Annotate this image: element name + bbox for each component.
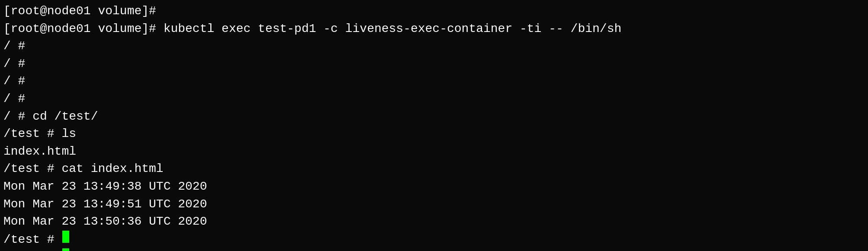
terminal-cursor — [62, 231, 69, 243]
terminal-window[interactable]: [root@node01 volume]# [root@node01 volum… — [3, 3, 865, 248]
terminal-line-8: /test # ls — [3, 125, 865, 143]
terminal-line-13: Mon Mar 23 13:50:36 UTC 2020 — [3, 213, 865, 231]
terminal-line-6: / # — [3, 90, 865, 108]
terminal-text: /test # — [3, 249, 61, 251]
terminal-text: Mon Mar 23 13:49:51 UTC 2020 — [3, 196, 207, 213]
terminal-line-1: [root@node01 volume]# — [3, 3, 865, 20]
terminal-text: [root@node01 volume]# — [3, 3, 156, 20]
terminal-cursor-green-block — [62, 248, 69, 251]
terminal-text: index.html — [3, 143, 76, 161]
terminal-line-9: index.html — [3, 143, 865, 161]
terminal-line-12: Mon Mar 23 13:49:51 UTC 2020 — [3, 196, 865, 213]
terminal-line-4: / # — [3, 55, 865, 73]
terminal-line-14: /test # — [3, 231, 865, 249]
terminal-text: / # — [3, 38, 25, 55]
terminal-line-5: / # — [3, 73, 865, 90]
terminal-text: [root@node01 volume]# kubectl exec test-… — [3, 20, 621, 38]
terminal-text: / # — [3, 55, 25, 73]
terminal-text: Mon Mar 23 13:50:36 UTC 2020 — [3, 213, 207, 231]
terminal-text: /test # — [3, 231, 61, 249]
terminal-text: /test # cat index.html — [3, 160, 164, 178]
terminal-line-3: / # — [3, 38, 865, 55]
terminal-text: /test # ls — [3, 125, 76, 143]
terminal-text: / # — [3, 90, 25, 108]
terminal-line-15: /test # — [3, 248, 865, 251]
terminal-line-7: / # cd /test/ — [3, 108, 865, 126]
terminal-text: / # cd /test/ — [3, 108, 98, 126]
terminal-line-11: Mon Mar 23 13:49:38 UTC 2020 — [3, 178, 865, 196]
terminal-text: / # — [3, 73, 25, 90]
terminal-line-2: [root@node01 volume]# kubectl exec test-… — [3, 20, 865, 38]
terminal-line-10: /test # cat index.html — [3, 160, 865, 178]
terminal-text: Mon Mar 23 13:49:38 UTC 2020 — [3, 178, 207, 196]
